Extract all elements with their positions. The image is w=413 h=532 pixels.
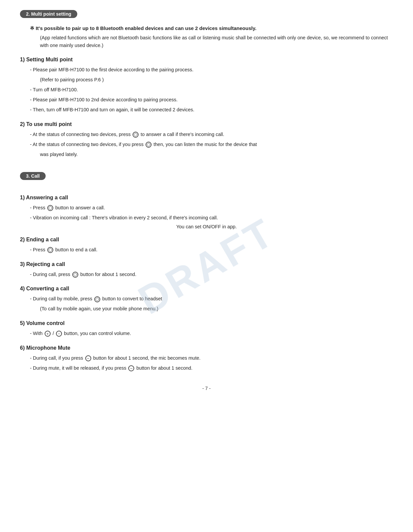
section2-sub2-title: 2) To use multi point xyxy=(20,121,393,127)
mute-icon-1 xyxy=(85,355,91,361)
section3-header-label: 3. Call xyxy=(20,172,46,180)
section3-sub6-item1: - During call, if you press button for a… xyxy=(30,354,393,362)
section3-sub5-item1: - With / button, you can control volume. xyxy=(30,330,393,338)
section3-sub6-item1-prefix: - During call, if you press xyxy=(30,355,83,361)
convert-call-icon xyxy=(94,296,100,302)
section3-sub5-item1-prefix: - With xyxy=(30,331,43,336)
mute-icon-2 xyxy=(128,365,134,371)
section2-header-label: 2. Multi point setting xyxy=(20,10,77,18)
section2-sub2-item1-suffix: to answer a call if there's incoming cal… xyxy=(141,132,224,137)
reject-call-icon xyxy=(72,272,78,278)
section3-sub5-item1-suffix: button, you can control volume. xyxy=(64,331,131,336)
section3-sub4-item1-suffix: button to convert to headset xyxy=(102,296,162,301)
section2-sub2-item1-prefix: - At the status of connecting two device… xyxy=(30,132,131,137)
end-call-icon xyxy=(47,247,53,253)
section3-sub1-item2-center: You can set ON/OFF in app. xyxy=(20,224,393,229)
section3-sub3-item1-suffix: button for about 1 second. xyxy=(80,272,137,277)
section3-sub5-item1-middle: / xyxy=(53,331,54,336)
section2-intro-para: (App related functions which are not Blu… xyxy=(40,34,393,49)
list-item: - Turn off MFB-H7100. xyxy=(30,86,393,94)
section3-sub1-item2: - Vibration on incoming call : There's v… xyxy=(30,214,393,222)
list-item: - Please pair MFB-H7100 to 2nd device ac… xyxy=(30,96,393,104)
list-item: - Please pair MFB-H7100 to the first dev… xyxy=(30,66,393,74)
call-icon-2 xyxy=(146,142,152,148)
section3-sub4-item2: (To call by mobile again, use your mobil… xyxy=(40,305,393,313)
call-icon-1 xyxy=(133,132,139,138)
section3-sub6-title: 6) Microphone Mute xyxy=(20,345,393,351)
section2-intro-bold: ※ It's possible to pair up to 8 Bluetoot… xyxy=(30,25,393,31)
section3-sub2-title: 2) Ending a call xyxy=(20,237,393,243)
section3-sub4-item1-prefix: - During call by mobile, press xyxy=(30,296,92,301)
section3-sub6-item2: - During mute, it will be released, if y… xyxy=(30,364,393,372)
section2-sub2-item1: - At the status of connecting two device… xyxy=(30,131,393,139)
section3-sub3-item1: - During call, press button for about 1 … xyxy=(30,271,393,279)
section3-sub5-title: 5) Volume control xyxy=(20,320,393,326)
section3-sub2-item1: - Press button to end a call. xyxy=(30,246,393,254)
list-item: - Then, turn off MFB-H7100 and turn on a… xyxy=(30,106,393,114)
section3-sub1-item1-prefix: - Press xyxy=(30,205,45,210)
section3-sub3-item1-prefix: - During call, press xyxy=(30,272,70,277)
section2-sub2-item2-prefix: - At the status of connecting two device… xyxy=(30,142,144,147)
page-number: - 7 - xyxy=(20,386,393,391)
section3-sub4-title: 4) Converting a call xyxy=(20,286,393,292)
section3-sub3-title: 3) Rejecting a call xyxy=(20,261,393,267)
list-item: (Refer to pairing process P.6 ) xyxy=(40,76,393,84)
section3-sub6-item1-suffix: button for about 1 second, the mic becom… xyxy=(93,355,201,361)
section2-sub2-item2-cont: was played lately. xyxy=(40,151,393,159)
section3-sub1-title: 1) Answering a call xyxy=(20,195,393,201)
section3-sub6-item2-prefix: - During mute, it will be released, if y… xyxy=(30,365,126,371)
section3-sub1-item1-suffix: button to answer a call. xyxy=(55,205,105,210)
section3-sub2-item1-suffix: button to end a call. xyxy=(55,247,98,252)
volume-down-icon xyxy=(56,331,62,337)
section2-sub2-item2: - At the status of connecting two device… xyxy=(30,141,393,149)
section3-sub2-item1-prefix: - Press xyxy=(30,247,45,252)
section2-sub2-item2-suffix: then, you can listen the music for the d… xyxy=(154,142,257,147)
section3-sub1-item1: - Press button to answer a call. xyxy=(30,204,393,212)
section2-sub1-title: 1) Setting Multi point xyxy=(20,57,393,63)
section2-header: 2. Multi point setting xyxy=(20,10,393,25)
section3-sub4-item1: - During call by mobile, press button to… xyxy=(30,295,393,303)
answer-call-icon xyxy=(47,205,53,211)
volume-up-icon xyxy=(45,331,51,337)
section3-sub6-item2-suffix: button for about 1 second. xyxy=(136,365,193,371)
